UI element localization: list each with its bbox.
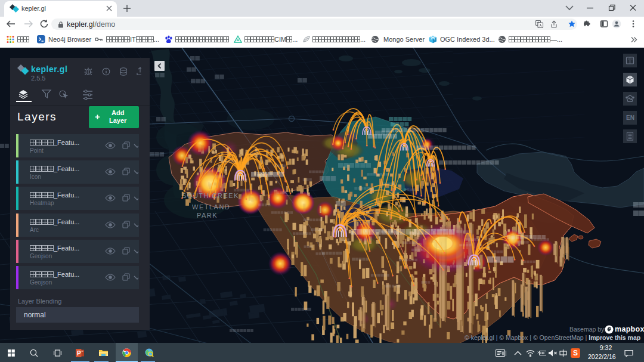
svg-text:WETLAND: WETLAND	[192, 203, 230, 211]
svg-text:SOUTH CREEK: SOUTH CREEK	[182, 192, 239, 199]
svg-text:P: P	[77, 350, 81, 357]
svg-text:PARK: PARK	[197, 212, 218, 219]
